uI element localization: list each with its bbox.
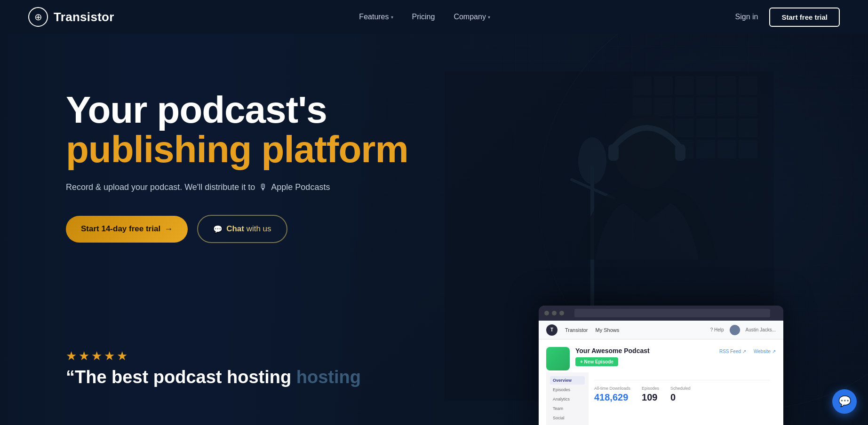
dashboard-mockup: T Transistor My Shows ? Help Austin Jack… bbox=[539, 306, 783, 425]
stats-section: All-time Downloads 418,629 Episodes 109 … bbox=[594, 380, 770, 409]
svg-rect-25 bbox=[739, 140, 757, 158]
nav-pricing[interactable]: Pricing bbox=[412, 13, 435, 21]
help-label: ? Help bbox=[710, 327, 724, 332]
podcast-icon: 🎙 bbox=[259, 182, 267, 192]
rss-feed-link[interactable]: RSS Feed ↗ bbox=[719, 349, 746, 354]
sidebar-social[interactable]: Social bbox=[550, 414, 585, 422]
nav-features[interactable]: Features ▾ bbox=[359, 13, 393, 21]
hero-title-line2: publishing platform bbox=[66, 130, 423, 169]
svg-point-27 bbox=[578, 137, 606, 184]
stat-downloads-value: 418,629 bbox=[594, 392, 630, 403]
sidebar-episodes[interactable]: Episodes bbox=[550, 386, 585, 394]
stat-scheduled-label: Scheduled bbox=[670, 386, 691, 391]
podcast-thumbnail bbox=[546, 347, 570, 370]
podcast-info: Your Awesome Podcast + New Episode bbox=[575, 347, 650, 366]
podcast-title: Your Awesome Podcast bbox=[575, 347, 650, 354]
chevron-down-icon: ▾ bbox=[391, 15, 393, 20]
podcast-links: RSS Feed ↗ Website ↗ bbox=[719, 349, 776, 354]
app-navbar: T Transistor My Shows ? Help Austin Jack… bbox=[539, 321, 783, 339]
svg-rect-18 bbox=[717, 118, 736, 137]
sidebar-overview[interactable]: Overview bbox=[550, 376, 585, 385]
chat-bubble-icon: 💬 bbox=[838, 395, 851, 408]
sidebar-analytics[interactable]: Analytics bbox=[550, 395, 585, 403]
stat-scheduled-value: 0 bbox=[670, 392, 691, 403]
username-label: Austin Jacks... bbox=[746, 327, 776, 332]
svg-rect-6 bbox=[717, 76, 736, 95]
review-section: ★★★★★ “The best podcast hosting hosting bbox=[66, 349, 361, 387]
svg-rect-19 bbox=[739, 118, 757, 137]
hero-buttons: Start 14-day free trial → 💬 Chat with us bbox=[66, 215, 423, 243]
svg-rect-13 bbox=[739, 97, 757, 116]
brand-name: Transistor bbox=[54, 10, 114, 24]
browser-dot-red bbox=[544, 311, 549, 315]
start-trial-button[interactable]: Start free trial bbox=[769, 8, 840, 27]
hero-subtitle: Record & upload your podcast. We'll dist… bbox=[66, 182, 423, 192]
hero-title-line1: Your podcast's bbox=[66, 89, 327, 131]
app-nav-myshows: My Shows bbox=[596, 327, 620, 333]
svg-rect-30 bbox=[608, 144, 619, 161]
new-episode-button[interactable]: + New Episode bbox=[575, 357, 618, 366]
svg-rect-17 bbox=[696, 118, 715, 137]
user-avatar bbox=[730, 325, 740, 335]
svg-rect-11 bbox=[696, 97, 715, 116]
app-nav-right: ? Help Austin Jacks... bbox=[710, 325, 776, 335]
browser-topbar bbox=[539, 306, 783, 321]
hero-section: Your podcast's publishing platform Recor… bbox=[0, 34, 868, 425]
svg-rect-23 bbox=[696, 140, 715, 158]
hero-content: Your podcast's publishing platform Recor… bbox=[0, 34, 423, 243]
podcast-card: Your Awesome Podcast + New Episode RSS F… bbox=[546, 347, 776, 370]
svg-rect-31 bbox=[675, 144, 685, 161]
nav-company[interactable]: Company ▾ bbox=[454, 13, 490, 21]
stat-episodes: Episodes 109 bbox=[642, 386, 659, 403]
svg-rect-3 bbox=[654, 76, 673, 95]
svg-rect-24 bbox=[717, 140, 736, 158]
nav-links: Features ▾ Pricing Company ▾ bbox=[359, 13, 490, 21]
stat-downloads-label: All-time Downloads bbox=[594, 386, 630, 391]
trial-btn-text-start: Start 14-day free trial bbox=[81, 224, 160, 234]
website-link[interactable]: Website ↗ bbox=[754, 349, 776, 354]
chevron-down-icon: ▾ bbox=[488, 15, 490, 20]
navbar: ⊕ Transistor Features ▾ Pricing Company … bbox=[0, 0, 868, 34]
nav-actions: Sign in Start free trial bbox=[735, 8, 840, 27]
stat-episodes-value: 109 bbox=[642, 392, 659, 403]
chat-button[interactable]: 💬 Chat with us bbox=[197, 215, 287, 243]
hero-title: Your podcast's publishing platform bbox=[66, 90, 423, 169]
star-rating: ★★★★★ bbox=[66, 349, 361, 363]
app-nav-transistor: Transistor bbox=[565, 327, 588, 333]
chat-support-bubble[interactable]: 💬 bbox=[832, 389, 857, 414]
signin-link[interactable]: Sign in bbox=[735, 13, 758, 21]
svg-rect-9 bbox=[654, 97, 673, 116]
review-quote: “The best podcast hosting hosting bbox=[66, 367, 361, 387]
browser-dot-yellow bbox=[552, 311, 557, 315]
stat-episodes-label: Episodes bbox=[642, 386, 659, 391]
svg-rect-16 bbox=[675, 118, 694, 137]
stat-downloads: All-time Downloads 418,629 bbox=[594, 386, 630, 403]
svg-rect-2 bbox=[633, 76, 652, 95]
svg-rect-5 bbox=[696, 76, 715, 95]
svg-rect-7 bbox=[739, 76, 757, 95]
sidebar-nav: Overview Episodes Analytics Team Social bbox=[546, 372, 589, 425]
logo[interactable]: ⊕ Transistor bbox=[28, 7, 114, 27]
start-trial-cta-button[interactable]: Start 14-day free trial → bbox=[66, 216, 188, 243]
browser-dot-green bbox=[559, 311, 564, 315]
chat-label: Chat with us bbox=[226, 224, 271, 234]
stat-scheduled: Scheduled 0 bbox=[670, 386, 691, 403]
svg-rect-10 bbox=[675, 97, 694, 116]
chat-icon: 💬 bbox=[213, 225, 223, 234]
browser-urlbar bbox=[574, 309, 770, 317]
review-faded-text: hosting bbox=[296, 367, 361, 387]
app-logo: T bbox=[546, 324, 557, 336]
dashboard-content: Your Awesome Podcast + New Episode RSS F… bbox=[539, 339, 783, 425]
sidebar-team[interactable]: Team bbox=[550, 404, 585, 413]
svg-rect-8 bbox=[633, 97, 652, 116]
arrow-icon: → bbox=[164, 224, 173, 234]
svg-rect-12 bbox=[717, 97, 736, 116]
svg-rect-4 bbox=[675, 76, 694, 95]
logo-icon: ⊕ bbox=[28, 7, 48, 27]
